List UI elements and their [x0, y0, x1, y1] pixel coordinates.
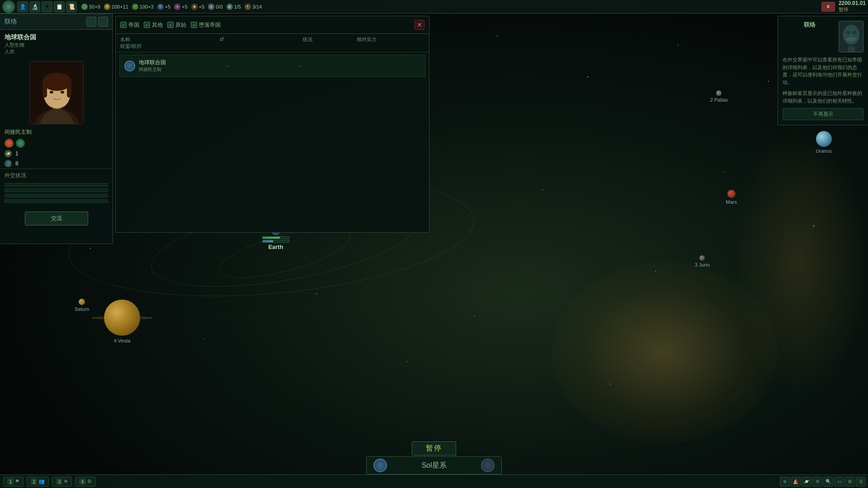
right-panel-title: 联络: [783, 21, 836, 29]
alloys-icon: ◈: [208, 4, 214, 10]
bottom-tab-1[interactable]: 1 ⚑: [3, 477, 24, 487]
status-bar-3: [5, 194, 108, 197]
planet-stat-icon: 🪐: [5, 150, 12, 157]
government-type: 间接民主制: [0, 127, 113, 138]
exchange-button[interactable]: 交流: [25, 211, 88, 225]
tab-icon-4: ⚙: [87, 479, 92, 484]
bottom-tab-2[interactable]: 2 👥: [27, 477, 49, 487]
checkmark-fallen: ✓: [192, 23, 196, 28]
close-diplo-button[interactable]: ✕: [415, 20, 425, 30]
col-power: 相对实力: [357, 36, 425, 43]
uranus-body: [816, 131, 832, 147]
filter-primitive-label: 原始: [175, 21, 186, 29]
ship-icon[interactable]: ⛵: [791, 477, 801, 487]
status-bar-2: [5, 188, 108, 192]
settings-icon-b[interactable]: ⚙: [812, 477, 822, 487]
nebula2-decoration: [732, 127, 868, 398]
pallas-planet[interactable]: 2 Pallas: [710, 90, 728, 103]
highlight-diplo: 外交: [847, 72, 857, 77]
consumer-value: 1/5: [234, 4, 241, 9]
mars-planet[interactable]: Mars: [726, 190, 737, 205]
energy-resource: ⚡ 200+11: [104, 4, 128, 10]
col-name: 名称: [120, 36, 220, 43]
tech-icon-r: ⚙: [157, 4, 164, 10]
tech-icon[interactable]: 🔬: [29, 1, 40, 12]
filter-empire-checkbox[interactable]: ✓: [120, 22, 127, 28]
consumer-resource: ◉ 1/5: [226, 4, 241, 10]
earth-bar-fill-2: [263, 240, 273, 242]
unity-value: +5: [182, 4, 188, 9]
svg-rect-27: [67, 82, 71, 98]
highlight-traits: 特性: [842, 98, 852, 103]
menu-icon[interactable]: ☰: [856, 477, 866, 487]
edicts-icon[interactable]: 📜: [66, 1, 77, 12]
pop-stat-value: 8: [15, 160, 19, 167]
uranus-label: Uranus: [816, 148, 832, 154]
empire-icon-2[interactable]: [98, 17, 108, 27]
leader-portrait[interactable]: [29, 61, 84, 124]
row-empire-details: 地球联合国 间接民主制: [139, 59, 166, 73]
no-show-button[interactable]: 不再显示: [783, 108, 863, 120]
titan-planet[interactable]: Saturn: [75, 299, 89, 312]
date-display: 2200.01.01 暂停: [839, 0, 866, 13]
filter-fallen[interactable]: ✓ 堕落帝国: [191, 21, 221, 29]
pause-button[interactable]: ⏸: [821, 2, 835, 12]
juno-planet[interactable]: 3 Juno: [695, 255, 710, 267]
svg-point-18: [203, 338, 204, 339]
game-logo[interactable]: [2, 0, 15, 13]
map-mode-icon[interactable]: ⊕: [780, 477, 790, 487]
filter-other-label: 其他: [152, 21, 163, 29]
bottom-quick-tabs: 1 ⚑ 2 👥 3 ❄ 4 ⚙: [0, 477, 99, 487]
earth-label: Earth: [262, 244, 289, 250]
empire-type: 人型生物: [5, 42, 108, 48]
filter-primitive-checkbox[interactable]: ✓: [167, 22, 174, 28]
uranus-planet[interactable]: Uranus: [816, 131, 832, 154]
traditions-icon[interactable]: ⚜: [42, 1, 52, 12]
policies-icon[interactable]: 📋: [54, 1, 65, 12]
screen-icon[interactable]: ▭: [834, 477, 844, 487]
pallas-body: [716, 90, 722, 96]
planet-list-icon[interactable]: 🪐: [802, 477, 811, 487]
unity-resource: ● +5: [174, 4, 188, 10]
quick-actions: 👤 🔬 ⚜ 📋 📜: [17, 1, 77, 12]
saturn-planet[interactable]: 4 Vesta: [104, 300, 140, 343]
filter-fallen-label: 堕落帝国: [199, 21, 221, 29]
filter-other-checkbox[interactable]: ✓: [144, 22, 150, 28]
checkmark-empire: ✓: [122, 23, 125, 28]
bottom-tab-4[interactable]: 4 ⚙: [75, 477, 95, 487]
table-row[interactable]: 地球联合国 间接民主制 → -: [119, 55, 425, 77]
rare-resource: ✦ 3/14: [245, 4, 262, 10]
saturn-body: [104, 300, 140, 336]
filter-primitive[interactable]: ✓ 原始: [167, 21, 186, 29]
energy-icon: ⚡: [104, 4, 110, 10]
svg-point-12: [723, 171, 724, 172]
leaders-icon[interactable]: 👤: [17, 1, 28, 12]
filter-empire[interactable]: ✓ 帝国: [120, 21, 139, 29]
bottom-tab-3[interactable]: 3 ❄: [52, 477, 72, 487]
empire-icon-1[interactable]: [86, 17, 96, 27]
panel-title-text: 联络: [5, 18, 17, 26]
juno-body: [699, 255, 705, 261]
juno-label: 3 Juno: [695, 262, 710, 267]
table-header: 名称 ⇄ 状况 相对实力 联盟/联邦: [116, 34, 429, 52]
status-bar-1: [5, 183, 108, 187]
grid-icon[interactable]: ⊞: [845, 477, 855, 487]
influence-value: +5: [199, 4, 205, 9]
checkmark-primitive: ✓: [169, 23, 172, 28]
pop-stat-icon: 👤: [5, 160, 12, 167]
filter-other[interactable]: ✓ 其他: [144, 21, 163, 29]
influence-resource: ◆ +5: [191, 4, 205, 10]
svg-point-32: [846, 31, 850, 34]
svg-point-29: [61, 91, 64, 94]
zoom-icon[interactable]: 🔍: [823, 477, 833, 487]
diplo-section-title: 外交状况: [0, 169, 113, 181]
resource-bar: ⬡ 50+9 ⚡ 200+11 🌿 100+3 ⚙ +5 ● +5 ◆ +5 ◈…: [81, 4, 821, 10]
row-empire-name: 地球联合国: [139, 59, 166, 66]
tech-resource: ⚙ +5: [157, 4, 171, 10]
food-icon: 🌿: [132, 4, 138, 10]
left-diplomacy-panel: 联络 地球联合国 人型生物 人类: [0, 14, 113, 244]
tab-icon-1: ⚑: [15, 479, 19, 484]
sol-right-icon[interactable]: [481, 459, 495, 472]
sol-system-icon[interactable]: [373, 459, 387, 472]
filter-fallen-checkbox[interactable]: ✓: [191, 22, 197, 28]
